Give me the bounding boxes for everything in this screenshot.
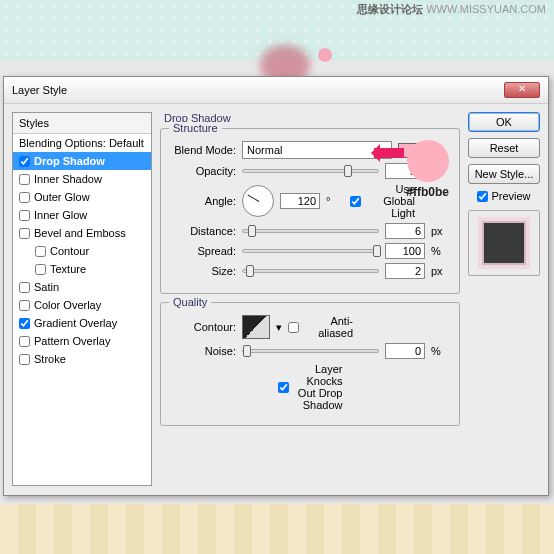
style-checkbox[interactable] (19, 300, 30, 311)
color-annotation-label: #ffb0be (406, 185, 449, 199)
style-label: Inner Shadow (34, 173, 102, 185)
style-item[interactable]: Satin (13, 278, 151, 296)
antialiased-checkbox[interactable]: Anti-aliased (288, 315, 353, 339)
spread-unit: % (431, 245, 449, 257)
ok-button[interactable]: OK (468, 112, 540, 132)
style-checkbox[interactable] (19, 228, 30, 239)
style-checkbox[interactable] (19, 354, 30, 365)
quality-legend: Quality (169, 296, 211, 308)
noise-label: Noise: (171, 345, 236, 357)
angle-dial[interactable] (242, 185, 274, 217)
style-label: Satin (34, 281, 59, 293)
new-style-button[interactable]: New Style... (468, 164, 540, 184)
style-label: Inner Glow (34, 209, 87, 221)
color-annotation-swatch (407, 140, 449, 182)
styles-list: Blending Options: DefaultDrop ShadowInne… (13, 134, 151, 485)
style-item[interactable]: Texture (13, 260, 151, 278)
style-item[interactable]: Contour (13, 242, 151, 260)
distance-unit: px (431, 225, 449, 237)
style-item[interactable]: Inner Glow (13, 206, 151, 224)
angle-label: Angle: (171, 195, 236, 207)
style-item[interactable]: Pattern Overlay (13, 332, 151, 350)
style-item[interactable]: Stroke (13, 350, 151, 368)
style-checkbox[interactable] (35, 246, 46, 257)
angle-field[interactable] (280, 193, 320, 209)
style-checkbox[interactable] (19, 336, 30, 347)
noise-unit: % (431, 345, 449, 357)
preview-group (468, 210, 540, 276)
style-checkbox[interactable] (19, 192, 30, 203)
preview-swatch (482, 221, 526, 265)
color-annotation: #ffb0be (406, 140, 449, 199)
style-checkbox[interactable] (35, 264, 46, 275)
style-item[interactable]: Drop Shadow (13, 152, 151, 170)
style-checkbox[interactable] (19, 156, 30, 167)
distance-slider[interactable] (242, 229, 379, 233)
styles-header[interactable]: Styles (13, 113, 151, 134)
style-label: Color Overlay (34, 299, 101, 311)
close-button[interactable]: ✕ (504, 82, 540, 98)
right-panel: OK Reset New Style... Preview (468, 112, 540, 486)
style-label: Gradient Overlay (34, 317, 117, 329)
styles-panel: Styles Blending Options: DefaultDrop Sha… (12, 112, 152, 486)
style-label: Bevel and Emboss (34, 227, 126, 239)
spread-slider[interactable] (242, 249, 379, 253)
opacity-slider[interactable] (242, 169, 379, 173)
style-label: Contour (50, 245, 89, 257)
watermark: 思缘设计论坛 WWW.MISSYUAN.COM (357, 2, 546, 17)
style-label: Blending Options: Default (19, 137, 144, 149)
titlebar[interactable]: Layer Style ✕ (4, 77, 548, 104)
style-label: Drop Shadow (34, 155, 105, 167)
opacity-label: Opacity: (171, 165, 236, 177)
style-item[interactable]: Inner Shadow (13, 170, 151, 188)
style-checkbox[interactable] (19, 210, 30, 221)
style-checkbox[interactable] (19, 174, 30, 185)
bg-dot (318, 48, 332, 62)
style-item[interactable]: Bevel and Emboss (13, 224, 151, 242)
preview-checkbox[interactable]: Preview (468, 190, 540, 202)
blend-mode-label: Blend Mode: (171, 144, 236, 156)
quality-fieldset: Quality Contour: ▾ Anti-aliased Noise: %… (160, 302, 460, 426)
noise-slider[interactable] (242, 349, 379, 353)
knockout-checkbox[interactable]: Layer Knocks Out Drop Shadow (278, 363, 343, 411)
background-bottom (0, 504, 554, 554)
size-unit: px (431, 265, 449, 277)
spread-field[interactable] (385, 243, 425, 259)
contour-picker[interactable] (242, 315, 270, 339)
global-light-checkbox[interactable]: Use Global Light (350, 183, 415, 219)
style-label: Texture (50, 263, 86, 275)
size-label: Size: (171, 265, 236, 277)
reset-button[interactable]: Reset (468, 138, 540, 158)
style-item[interactable]: Gradient Overlay (13, 314, 151, 332)
arrow-annotation (374, 148, 404, 158)
distance-field[interactable] (385, 223, 425, 239)
size-field[interactable] (385, 263, 425, 279)
style-checkbox[interactable] (19, 318, 30, 329)
distance-label: Distance: (171, 225, 236, 237)
style-label: Pattern Overlay (34, 335, 110, 347)
style-label: Outer Glow (34, 191, 90, 203)
dialog-title: Layer Style (12, 84, 67, 96)
spread-label: Spread: (171, 245, 236, 257)
style-item[interactable]: Blending Options: Default (13, 134, 151, 152)
contour-label: Contour: (171, 321, 236, 333)
style-item[interactable]: Outer Glow (13, 188, 151, 206)
noise-field[interactable] (385, 343, 425, 359)
layer-style-dialog: Layer Style ✕ Styles Blending Options: D… (3, 76, 549, 496)
style-label: Stroke (34, 353, 66, 365)
style-item[interactable]: Color Overlay (13, 296, 151, 314)
size-slider[interactable] (242, 269, 379, 273)
style-checkbox[interactable] (19, 282, 30, 293)
structure-legend: Structure (169, 122, 222, 134)
angle-unit: ° (326, 195, 344, 207)
contour-dropdown-icon[interactable]: ▾ (276, 321, 282, 334)
